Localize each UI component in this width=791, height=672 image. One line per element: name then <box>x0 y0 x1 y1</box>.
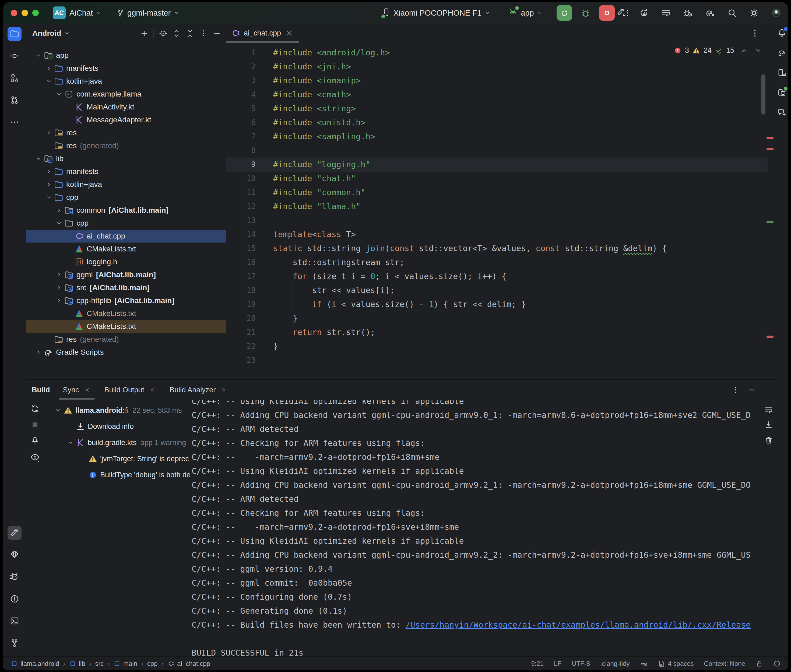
add-button[interactable] <box>140 29 149 38</box>
breadcrumb-lib[interactable]: lib <box>69 660 85 667</box>
build-options-button[interactable] <box>731 386 740 395</box>
previous-problem-button[interactable] <box>740 46 748 54</box>
info-stripe-mark[interactable] <box>767 221 773 223</box>
tree-item-cpp[interactable]: cpp <box>26 217 226 230</box>
inspections-widget[interactable] <box>773 660 781 667</box>
tree-item-src[interactable]: src[AiChat.lib.main] <box>26 281 226 294</box>
maximize-window-button[interactable] <box>32 10 39 16</box>
sync-tree-item-buildtype-debug-is-both-de[interactable]: BuildType 'debug' is both de <box>43 467 191 483</box>
breadcrumb-cpp[interactable]: cpp <box>147 660 158 667</box>
next-problem-button[interactable] <box>754 46 762 54</box>
attach-debugger-button[interactable] <box>683 8 693 18</box>
running-devices-tool-button[interactable] <box>776 86 788 98</box>
project-tool-button[interactable] <box>8 27 21 41</box>
tree-item-cmakelists-txt[interactable]: CMakeLists.txt <box>26 243 226 256</box>
profiler-button[interactable] <box>661 8 671 18</box>
tab-sync[interactable]: Sync <box>63 380 90 400</box>
sync-tree-item-llama-android[interactable]: llama.android: fi22 sec, 583 ms <box>43 402 191 418</box>
sync-gradle-button[interactable] <box>705 8 715 18</box>
build-output-path-link[interactable]: /Users/hanyin/Workspace/ai-chat/examples… <box>406 620 751 629</box>
settings-button[interactable] <box>749 8 759 18</box>
status-clang-tidy[interactable]: .clang-tidy <box>600 660 629 667</box>
tree-item-mainactivity-kt[interactable]: MainActivity.kt <box>26 101 226 114</box>
breadcrumb-ai-chat-cpp[interactable]: ai_chat.cpp <box>167 660 210 667</box>
tree-item-cpp-httplib[interactable]: cpp-httplib[AiChat.lib.main] <box>26 294 226 307</box>
breadcrumb-llama-android[interactable]: llama.android <box>11 660 59 667</box>
close-window-button[interactable] <box>11 10 17 16</box>
soft-wrap-button[interactable] <box>764 405 773 414</box>
error-stripe-mark[interactable] <box>767 336 773 338</box>
tree-item-manifests[interactable]: manifests <box>26 165 226 178</box>
tree-item-ggml[interactable]: ggml[AiChat.lib.main] <box>26 268 226 281</box>
tree-item-messageadapter-kt[interactable]: MessageAdapter.kt <box>26 114 226 126</box>
more-options-button[interactable] <box>199 29 208 38</box>
notifications-tool-button[interactable] <box>776 27 788 39</box>
tree-item-cmakelists-txt[interactable]: CMakeLists.txt <box>26 307 226 320</box>
error-stripe-mark[interactable] <box>767 137 773 139</box>
code-area[interactable]: 1234567891011121314151617181920212223 #i… <box>226 43 775 379</box>
inspections-widget[interactable]: 3 24 15 <box>674 46 762 54</box>
tab-build-analyzer[interactable]: Build Analyzer <box>170 380 227 400</box>
apply-code-changes-button[interactable] <box>639 8 649 18</box>
tab-build-output[interactable]: Build Output <box>104 380 156 400</box>
terminal-tool-button[interactable] <box>8 614 21 628</box>
tree-item-common[interactable]: common[AiChat.lib.main] <box>26 204 226 217</box>
tree-item-res[interactable]: res(generated) <box>26 333 226 346</box>
pin-icon[interactable] <box>30 436 40 446</box>
collapse-all-button[interactable] <box>186 29 194 38</box>
sync-tree-item-build-gradle-kts[interactable]: build.gradle.ktsapp 1 warning <box>43 435 191 451</box>
device-manager-tool-button[interactable] <box>776 67 788 78</box>
breadcrumb-src[interactable]: src <box>95 660 104 667</box>
tree-item-com-example-llama[interactable]: com.example.llama <box>26 88 226 101</box>
tree-item-gradle-scripts[interactable]: Gradle Scripts <box>26 346 226 359</box>
search-everywhere-button[interactable] <box>727 8 737 18</box>
app-quality-insights-tool-button[interactable] <box>8 548 21 562</box>
formatter-indicator[interactable] <box>640 660 648 667</box>
indent-config[interactable]: 4 spaces <box>658 660 694 667</box>
scroll-to-end-button[interactable] <box>764 421 773 430</box>
problems-tool-button[interactable] <box>8 592 21 606</box>
build-tool-button[interactable] <box>8 526 21 540</box>
close-tab-icon[interactable] <box>285 29 294 38</box>
user-avatar-button[interactable] <box>771 8 781 18</box>
sync-tree-item-download-info[interactable]: Download info <box>43 418 191 435</box>
run-configuration-selector[interactable]: app <box>508 7 543 19</box>
stop-button[interactable] <box>599 5 615 21</box>
lock-status[interactable] <box>756 660 763 667</box>
editor-tab-ai-chat-cpp[interactable]: ai_chat.cpp <box>226 24 300 43</box>
tree-item-lib[interactable]: lib <box>26 152 226 165</box>
hide-panel-button[interactable] <box>213 29 221 38</box>
view-options-button[interactable] <box>30 452 40 462</box>
stop-sync-button[interactable] <box>30 420 40 430</box>
tree-item-manifests[interactable]: manifests <box>26 62 226 75</box>
commit-tool-button[interactable] <box>8 49 21 63</box>
breadcrumb-main[interactable]: main <box>114 660 137 667</box>
version-control-tool-button[interactable] <box>8 636 21 650</box>
tree-item-ai-chat-cpp[interactable]: ai_chat.cpp <box>26 230 226 243</box>
gradle-tool-button[interactable] <box>776 47 788 59</box>
status-9-21[interactable]: 9:21 <box>531 660 544 667</box>
logcat-tool-button[interactable] <box>8 570 21 584</box>
pull-requests-tool-button[interactable] <box>8 93 21 107</box>
tree-item-logging-h[interactable]: logging.h <box>26 256 226 268</box>
tree-item-app[interactable]: app <box>26 49 226 62</box>
editor-scrollbar-thumb[interactable] <box>761 74 765 115</box>
tree-item-kotlin-java[interactable]: kotlin+java <box>26 75 226 88</box>
status-utf-8[interactable]: UTF-8 <box>572 660 590 667</box>
tree-item-kotlin-java[interactable]: kotlin+java <box>26 178 226 191</box>
tree-item-cpp[interactable]: cpp <box>26 191 226 204</box>
build-and-run-button[interactable] <box>616 8 627 18</box>
re-sync-button[interactable] <box>30 404 40 414</box>
status-context-none[interactable]: Context: None <box>704 660 745 667</box>
locate-file-button[interactable] <box>159 29 167 38</box>
hide-build-panel-button[interactable] <box>747 386 756 395</box>
minimize-window-button[interactable] <box>21 10 28 16</box>
project-view-selector[interactable]: Android <box>32 29 61 38</box>
project-selector[interactable]: AiChat <box>69 9 102 18</box>
rerun-button[interactable] <box>557 5 572 21</box>
error-stripe-mark[interactable] <box>767 148 773 150</box>
structure-tool-button[interactable] <box>8 71 21 85</box>
more-tool-windows-tool-button[interactable] <box>8 115 21 129</box>
expand-all-button[interactable] <box>172 29 181 38</box>
tree-item-res[interactable]: res(generated) <box>26 139 226 152</box>
